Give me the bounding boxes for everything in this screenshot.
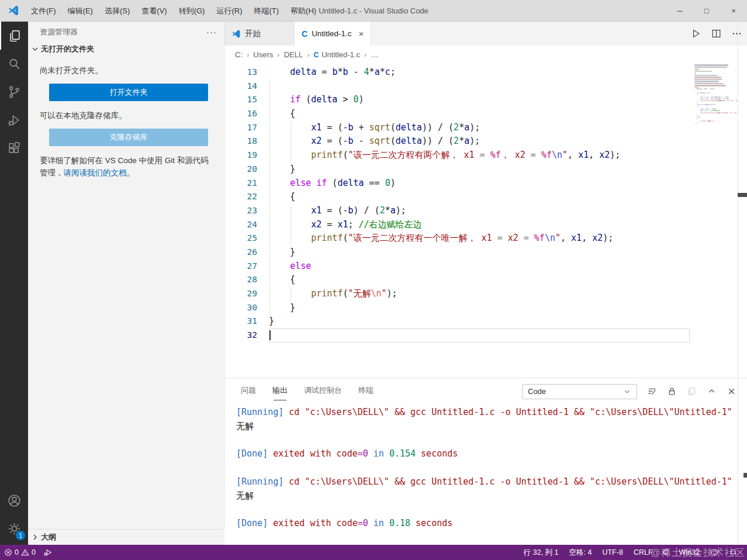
platform-status[interactable]: Win32 bbox=[674, 545, 705, 560]
sidebar-more-actions-icon[interactable]: ··· bbox=[206, 27, 217, 37]
output-token: 0.18 bbox=[389, 518, 410, 528]
code-line-16[interactable]: 16 { bbox=[224, 107, 693, 121]
open-folder-button[interactable]: 打开文件夹 bbox=[49, 84, 208, 101]
code-runner-status[interactable] bbox=[40, 545, 56, 560]
notifications-bell-icon[interactable] bbox=[724, 545, 742, 560]
menu-item[interactable]: 文件(F) bbox=[25, 0, 62, 22]
close-panel-icon[interactable] bbox=[727, 386, 736, 396]
code-line-23[interactable]: 23 x1 = (-b) / (2*a); bbox=[224, 204, 693, 218]
breadcrumb-item[interactable]: … bbox=[371, 50, 378, 59]
explorer-icon[interactable] bbox=[0, 22, 28, 50]
code-line-31[interactable]: 31} bbox=[224, 314, 693, 329]
code-line-15[interactable]: 15 if (delta > 0) bbox=[224, 93, 693, 107]
code-text: { bbox=[269, 190, 693, 204]
menu-item[interactable]: 终端(T) bbox=[248, 0, 285, 22]
code-line-13[interactable]: 13 delta = b*b - 4*a*c; bbox=[224, 65, 693, 79]
menu-item[interactable]: 运行(R) bbox=[210, 0, 248, 22]
code-token: - bbox=[354, 136, 369, 146]
breadcrumb-item[interactable]: DELL bbox=[284, 50, 303, 59]
settings-gear-icon[interactable]: 1 bbox=[0, 514, 28, 542]
code-line-30[interactable]: 30 } bbox=[224, 301, 693, 315]
code-token: = bbox=[321, 219, 337, 230]
panel-tab-item[interactable]: 终端 bbox=[358, 385, 374, 398]
breadcrumb-item[interactable]: Users bbox=[253, 50, 273, 59]
code-line-22[interactable]: 22 { bbox=[224, 190, 693, 204]
account-icon[interactable] bbox=[0, 486, 28, 514]
menu-item[interactable]: 编辑(E) bbox=[62, 0, 99, 22]
outline-section-header[interactable]: 大纲 bbox=[28, 529, 224, 545]
editor-scrollbar-thumb[interactable] bbox=[738, 193, 747, 197]
code-line-25[interactable]: 25 printf("该一元二次方程有一个唯一解， x1 = x2 = %f\n… bbox=[224, 231, 693, 246]
encoding-status[interactable]: UTF-8 bbox=[597, 545, 628, 560]
clear-output-icon[interactable] bbox=[647, 386, 657, 396]
code-token: ); bbox=[387, 288, 397, 299]
code-token: { bbox=[269, 108, 295, 119]
output-log[interactable]: [Running] cd "c:\Users\DELL\" && gcc Unt… bbox=[224, 406, 738, 535]
code-line-17[interactable]: 17 x1 = (-b + sqrt(delta)) / (2*a); bbox=[224, 121, 693, 135]
language-mode-status[interactable]: C bbox=[658, 545, 674, 560]
eol-status[interactable]: CRLF bbox=[628, 545, 658, 560]
split-editor-icon[interactable] bbox=[711, 28, 722, 39]
breadcrumb-item[interactable]: C: bbox=[235, 50, 243, 59]
output-token: 0.154 bbox=[389, 448, 416, 459]
line-number: 16 bbox=[224, 107, 257, 121]
code-token: ) bbox=[390, 178, 396, 188]
menu-item[interactable]: 帮助(H) bbox=[285, 0, 322, 22]
minimap[interactable]: delta = b*b - 4*a*c; if (delta > 0) { x1… bbox=[693, 64, 738, 378]
run-debug-icon[interactable] bbox=[0, 106, 28, 134]
code-line-26[interactable]: 26 } bbox=[224, 246, 693, 260]
code-line-28[interactable]: 28 { bbox=[224, 273, 693, 287]
line-number: 30 bbox=[224, 301, 257, 315]
indentation-status[interactable]: 空格: 4 bbox=[564, 545, 597, 560]
panel-tab-item[interactable]: 问题 bbox=[241, 385, 256, 398]
maximize-panel-icon[interactable] bbox=[707, 386, 717, 396]
cursor-position-status[interactable]: 行 32, 列 1 bbox=[518, 545, 564, 560]
line-number: 26 bbox=[224, 246, 257, 260]
run-code-icon[interactable] bbox=[690, 28, 701, 39]
output-token: [Running] bbox=[236, 407, 289, 417]
code-line-32[interactable]: 32 bbox=[224, 329, 693, 343]
code-line-14[interactable]: 14 bbox=[224, 79, 693, 94]
minimize-button[interactable]: ─ bbox=[666, 0, 693, 22]
code-text: x1 = (-b + sqrt(delta)) / (2*a); bbox=[269, 121, 693, 135]
problems-status[interactable]: 0 0 bbox=[0, 545, 40, 560]
section-no-folder[interactable]: 无打开的文件夹 bbox=[28, 42, 224, 56]
source-control-icon[interactable] bbox=[0, 78, 28, 106]
code-line-20[interactable]: 20 } bbox=[224, 163, 693, 177]
panel-tab-active[interactable]: 输出 bbox=[272, 385, 288, 398]
editor-group: 开始 C Untitled-1.c × C:›Users›DELL›CUntit… bbox=[224, 22, 747, 545]
code-line-21[interactable]: 21 else if (delta == 0) bbox=[224, 177, 693, 191]
feedback-smiley-icon[interactable] bbox=[705, 545, 724, 560]
menu-item[interactable]: 选择(S) bbox=[99, 0, 136, 22]
tab-untitled-1-c[interactable]: C Untitled-1.c × bbox=[295, 22, 371, 46]
code-line-24[interactable]: 24 x2 = x1; //右边赋给左边 bbox=[224, 218, 693, 232]
code-text: x2 = x1; //右边赋给左边 bbox=[269, 218, 693, 232]
code-line-19[interactable]: 19 printf("该一元二次方程有两个解， x1 = %f， x2 = %f… bbox=[224, 148, 693, 163]
clone-repo-button[interactable]: 克隆存储库 bbox=[49, 129, 208, 146]
open-output-in-editor-icon[interactable] bbox=[687, 386, 697, 396]
code-token: { bbox=[269, 191, 295, 202]
code-token: "该一元二次方程有两个解， x1 bbox=[707, 100, 728, 102]
extensions-icon[interactable] bbox=[0, 134, 28, 162]
maximize-button[interactable]: □ bbox=[693, 0, 720, 22]
line-number: 28 bbox=[224, 273, 257, 287]
menu-item[interactable]: 查看(V) bbox=[136, 0, 172, 22]
code-line-29[interactable]: 29 printf("无解\n"); bbox=[224, 287, 693, 301]
read-docs-link[interactable]: 请阅读我们的文档 bbox=[64, 168, 127, 177]
code-line-18[interactable]: 18 x2 = (-b - sqrt(delta)) / (2*a); bbox=[224, 134, 693, 148]
code-token: "该一元二次方程有一个唯一解， x1 bbox=[348, 233, 492, 243]
code-token: } bbox=[693, 124, 694, 126]
tab-welcome[interactable]: 开始 bbox=[224, 22, 295, 46]
code-line-27[interactable]: 27 else bbox=[224, 260, 693, 274]
close-button[interactable]: × bbox=[720, 0, 747, 22]
menu-item[interactable]: 转到(G) bbox=[173, 0, 211, 22]
output-channel-select[interactable]: Code bbox=[522, 384, 637, 399]
search-icon[interactable] bbox=[0, 50, 28, 78]
breadcrumb-item[interactable]: Untitled-1.c bbox=[321, 50, 360, 59]
lock-scroll-icon[interactable] bbox=[667, 386, 677, 396]
editor-scrollbar-track[interactable] bbox=[738, 22, 747, 545]
panel-tab-item[interactable]: 调试控制台 bbox=[304, 385, 342, 398]
code-token: " bbox=[555, 233, 561, 243]
code-editor[interactable]: 13 delta = b*b - 4*a*c;1415 if (delta > … bbox=[224, 64, 747, 378]
tab-close-icon[interactable]: × bbox=[358, 29, 364, 39]
